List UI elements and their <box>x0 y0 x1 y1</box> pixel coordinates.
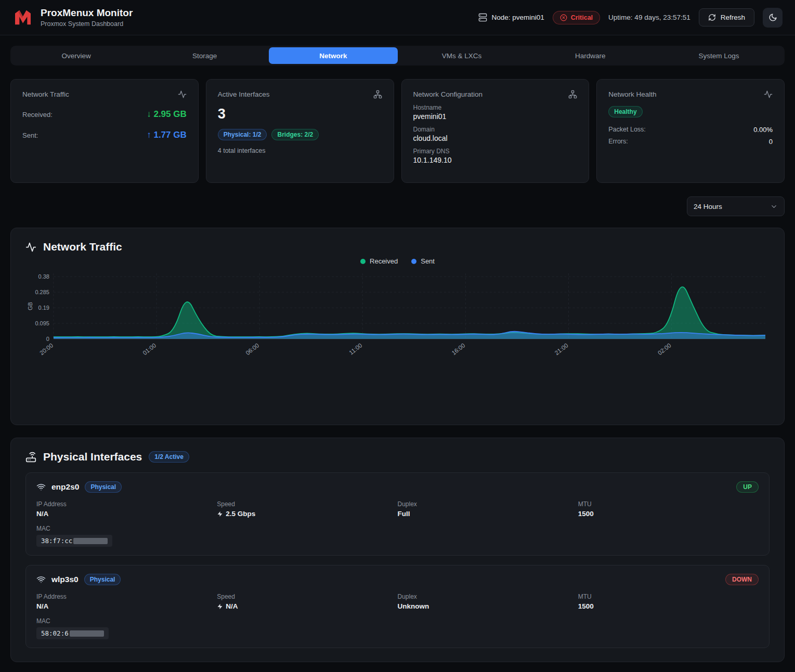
stat-cards-row: Network Traffic Received: ↓ 2.95 GB Sent… <box>10 79 785 183</box>
received-label: Received: <box>22 111 53 118</box>
svg-text:16:00: 16:00 <box>451 342 466 356</box>
hostname-label: Hostname <box>413 104 578 111</box>
legend-sent[interactable]: Sent <box>411 257 435 265</box>
app-logo <box>12 7 33 28</box>
card-title: Network Traffic <box>22 90 69 98</box>
node-indicator: Node: pvemini01 <box>478 13 544 22</box>
refresh-icon <box>708 14 716 21</box>
svg-text:21:00: 21:00 <box>554 342 569 356</box>
total-interfaces-note: 4 total interfaces <box>218 147 382 154</box>
activity-icon <box>25 242 36 253</box>
refresh-button[interactable]: Refresh <box>699 8 754 27</box>
card-title: Active Interfaces <box>218 90 270 98</box>
mac-redaction <box>73 538 108 544</box>
svg-text:0.285: 0.285 <box>35 289 49 295</box>
tab-system-logs[interactable]: System Logs <box>655 47 783 64</box>
mac-value: 58:02:6 <box>41 629 69 637</box>
tab-overview[interactable]: Overview <box>12 47 140 64</box>
physical-count-badge: Physical: 1/2 <box>218 129 267 140</box>
legend-received[interactable]: Received <box>360 257 398 265</box>
time-range-value: 24 Hours <box>694 203 722 210</box>
interface-name: wlp3s0 <box>51 575 79 584</box>
errors-value: 0 <box>769 138 773 146</box>
uptime-text: Uptime: 49 days, 23:57:51 <box>608 14 690 21</box>
interface-card-wlp3s0: wlp3s0 Physical DOWN IP Address N/A Spee… <box>25 565 770 648</box>
mac-cell: MAC 58:02:6 <box>36 617 759 639</box>
active-count-badge: 1/2 Active <box>149 451 189 463</box>
sent-dot <box>411 259 416 264</box>
app-header: ProxMenux Monitor Proxmox System Dashboa… <box>0 0 795 35</box>
activity-icon <box>178 90 187 99</box>
network-traffic-chart-card: Network Traffic Received Sent 00.0950.19… <box>10 228 785 425</box>
moon-icon <box>768 13 777 22</box>
network-configuration-card: Network Configuration Hostname pvemini01… <box>401 79 590 183</box>
primary-dns-label: Primary DNS <box>413 148 578 155</box>
network-health-card: Network Health Healthy Packet Loss: 0.00… <box>596 79 785 183</box>
svg-text:0.38: 0.38 <box>38 273 49 280</box>
mac-redaction <box>70 630 104 637</box>
tab-hardware[interactable]: Hardware <box>526 47 655 64</box>
speed-cell: Speed N/A <box>217 593 397 610</box>
svg-text:0.19: 0.19 <box>38 305 49 311</box>
svg-text:02:00: 02:00 <box>657 342 672 356</box>
sent-value: ↑ 1.77 GB <box>147 130 187 140</box>
network-traffic-card: Network Traffic Received: ↓ 2.95 GB Sent… <box>10 79 199 183</box>
bolt-icon <box>217 511 223 517</box>
physical-interfaces-section: Physical Interfaces 1/2 Active enp2s0 Ph… <box>10 438 785 662</box>
tab-storage[interactable]: Storage <box>140 47 269 64</box>
wifi-icon <box>36 575 46 584</box>
network-icon <box>568 90 577 99</box>
interface-status-badge: DOWN <box>725 574 759 585</box>
chart-title: Network Traffic <box>43 241 122 253</box>
received-value: ↓ 2.95 GB <box>147 109 187 120</box>
tab-network[interactable]: Network <box>269 47 397 64</box>
node-label: Node: pvemini01 <box>491 14 544 21</box>
ip-address-cell: IP Address N/A <box>36 593 217 610</box>
ip-address-cell: IP Address N/A <box>36 500 217 518</box>
app-title: ProxMenux Monitor <box>41 7 133 19</box>
interface-name: enp2s0 <box>51 482 79 492</box>
interface-count: 3 <box>218 106 382 122</box>
packet-loss-value: 0.00% <box>753 126 773 134</box>
mtu-cell: MTU 1500 <box>578 593 759 610</box>
mac-value: 38:f7:cc <box>41 537 72 545</box>
router-icon <box>25 452 36 463</box>
svg-text:20:00: 20:00 <box>38 342 54 356</box>
errors-label: Errors: <box>608 138 628 146</box>
interface-status-badge: UP <box>736 481 759 493</box>
status-badge: Critical <box>553 11 600 24</box>
wifi-icon <box>36 482 46 492</box>
tab-bar: Overview Storage Network VMs & LXCs Hard… <box>10 46 785 65</box>
primary-dns-value: 10.1.149.10 <box>413 156 578 164</box>
speed-cell: Speed 2.5 Gbps <box>217 500 397 518</box>
svg-text:06:00: 06:00 <box>244 342 260 356</box>
svg-text:GB: GB <box>27 302 33 310</box>
theme-toggle-button[interactable] <box>763 8 783 28</box>
traffic-area-chart: 00.0950.190.2850.3820:0001:0006:0011:001… <box>25 268 770 378</box>
interface-card-enp2s0: enp2s0 Physical UP IP Address N/A Speed … <box>25 472 770 556</box>
activity-icon <box>764 90 773 99</box>
server-icon <box>478 13 487 22</box>
active-interfaces-card: Active Interfaces 3 Physical: 1/2 Bridge… <box>206 79 394 183</box>
svg-text:11:00: 11:00 <box>348 342 363 356</box>
tab-vms-lxcs[interactable]: VMs & LXCs <box>398 47 526 64</box>
chevron-down-icon <box>770 203 778 210</box>
card-title: Network Health <box>608 90 656 98</box>
sent-label: Sent: <box>22 131 38 139</box>
duplex-cell: Duplex Unknown <box>398 593 578 610</box>
card-title: Network Configuration <box>413 90 483 98</box>
bolt-icon <box>217 603 223 610</box>
svg-text:0: 0 <box>46 336 49 342</box>
network-icon <box>373 90 382 99</box>
received-dot <box>360 259 366 264</box>
hostname-value: pvemini01 <box>413 112 578 121</box>
physical-interfaces-title: Physical Interfaces <box>43 451 142 463</box>
app-subtitle: Proxmox System Dashboard <box>41 20 133 28</box>
duplex-cell: Duplex Full <box>398 500 578 518</box>
chart-legend: Received Sent <box>25 257 770 265</box>
health-status-badge: Healthy <box>608 106 642 117</box>
interface-type-badge: Physical <box>84 574 121 585</box>
x-circle-icon <box>560 14 567 21</box>
domain-value: cloud.local <box>413 134 578 142</box>
time-range-select[interactable]: 24 Hours <box>687 196 785 216</box>
